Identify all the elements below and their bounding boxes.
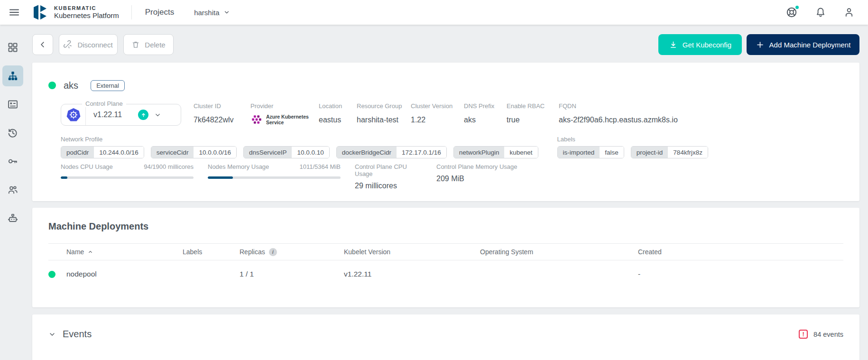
- chip-is-imported: is-imported false: [557, 146, 624, 158]
- cluster-id-value: 7k64822wlv: [194, 116, 250, 124]
- sidebar-item-members[interactable]: [2, 179, 23, 200]
- sidebar-item-ssh-keys[interactable]: [2, 151, 23, 172]
- cluster-id-field: Cluster ID 7k64822wlv: [194, 102, 250, 124]
- cluster-version-value: 1.22: [411, 116, 464, 124]
- bell-icon[interactable]: [815, 7, 826, 18]
- notification-dot: [794, 5, 800, 10]
- sort-ascending-icon: [88, 249, 93, 255]
- enable-rbac-value: true: [507, 116, 559, 124]
- enable-rbac-field: Enable RBAC true: [507, 102, 559, 124]
- resource-group-value: harshita-test: [357, 116, 411, 124]
- get-kubeconfig-button[interactable]: Get Kubeconfig: [658, 34, 742, 55]
- events-card: Events ! 84 events: [32, 314, 859, 360]
- control-plane-cpu-metric: Control Plane CPU Usage 29 millicores: [355, 163, 422, 185]
- fqdn-field: FQDN aks-2f2f90a6.hcp.eastus.azmk8s.io: [559, 102, 843, 124]
- events-collapse-chevron-icon[interactable]: [48, 331, 56, 338]
- labels-column-header[interactable]: Labels: [183, 248, 240, 256]
- cluster-version-label: Cluster Version: [411, 102, 464, 110]
- sidebar-item-overview[interactable]: [2, 37, 23, 58]
- progress-fill: [61, 176, 67, 179]
- row-name-cell: nodepool: [66, 270, 183, 278]
- metric-label: Nodes Memory Usage: [208, 163, 269, 170]
- metric-value: 1011/5364 MiB: [300, 163, 341, 170]
- table-row[interactable]: nodepool 1 / 1 v1.22.11 -: [48, 260, 843, 288]
- machine-deployments-card: Machine Deployments Name Labels Replicas…: [32, 208, 859, 307]
- sidebar-item-cluster-templates[interactable]: [2, 94, 23, 115]
- aks-provider-icon: [250, 113, 263, 126]
- chevron-down-icon[interactable]: [154, 111, 161, 119]
- metric-value: 209 MiB: [436, 175, 517, 183]
- brand-product: Kubernetes Platform: [54, 11, 119, 19]
- events-title: Events: [63, 329, 92, 340]
- network-profile-group: Network Profile podCidr 10.244.0.0/16 se…: [61, 136, 538, 158]
- disconnect-label: Disconnect: [77, 41, 112, 49]
- name-column-header[interactable]: Name: [66, 248, 183, 256]
- grid-icon: [7, 42, 18, 53]
- chevron-left-icon: [38, 40, 47, 49]
- events-alert-icon: !: [799, 330, 808, 339]
- sidebar: [0, 25, 26, 360]
- kubernetes-icon: [61, 104, 86, 125]
- chip-value: false: [600, 147, 624, 158]
- chip-project-id: project-id 784kfrjx8z: [631, 146, 708, 158]
- progress-track: [61, 176, 194, 179]
- cluster-toolbar: Disconnect Delete Get Kubeconfig Add Mac…: [32, 34, 859, 55]
- kubermatic-logo-icon[interactable]: [31, 4, 49, 21]
- delete-label: Delete: [145, 41, 165, 49]
- upgrade-available-icon[interactable]: [138, 110, 148, 120]
- menu-icon[interactable]: [9, 6, 21, 18]
- user-icon[interactable]: [843, 7, 855, 18]
- cluster-version-field: Cluster Version 1.22: [411, 102, 464, 124]
- external-badge: External: [91, 80, 125, 91]
- fqdn-label: FQDN: [559, 102, 843, 110]
- project-selector[interactable]: harshita: [194, 9, 230, 17]
- dns-prefix-label: DNS Prefix: [464, 102, 507, 110]
- chip-key: serviceCidr: [151, 147, 194, 158]
- kubelet-version-column-header[interactable]: Kubelet Version: [344, 248, 480, 256]
- network-profile-label: Network Profile: [61, 136, 538, 143]
- link-off-icon: [64, 40, 73, 49]
- dns-prefix-field: DNS Prefix aks: [464, 102, 507, 124]
- nodes-cpu-usage-metric: Nodes CPU Usage 94/1900 millicores: [61, 163, 194, 185]
- column-label: Created: [638, 248, 662, 256]
- cluster-details-card: aks External Control Plane v1.22.11: [32, 63, 859, 201]
- chip-value: 10.0.0.0/16: [194, 147, 236, 158]
- help-icon[interactable]: [785, 6, 798, 18]
- sidebar-item-service-accounts[interactable]: [2, 208, 23, 229]
- delete-button[interactable]: Delete: [123, 34, 174, 55]
- progress-track: [208, 176, 341, 179]
- metric-label: Control Plane Memory Usage: [436, 163, 517, 170]
- provider-label: Provider: [250, 102, 319, 110]
- location-field: Location eastus: [319, 102, 357, 124]
- column-label: Kubelet Version: [344, 248, 390, 256]
- provider-name-line2: Service: [266, 120, 284, 125]
- progress-fill: [208, 176, 233, 179]
- chip-value: kubenet: [504, 147, 537, 158]
- column-label: Name: [66, 248, 84, 256]
- plus-icon: [756, 40, 765, 49]
- sidebar-item-clusters[interactable]: [2, 65, 23, 86]
- info-icon[interactable]: i: [269, 248, 277, 256]
- fqdn-value: aks-2f2f90a6.hcp.eastus.azmk8s.io: [559, 116, 843, 124]
- download-icon: [669, 40, 678, 49]
- replicas-column-header[interactable]: Replicas i: [240, 248, 344, 256]
- chip-value: 10.0.0.10: [292, 147, 329, 158]
- card-icon: [7, 99, 18, 110]
- disconnect-button[interactable]: Disconnect: [59, 34, 118, 55]
- chip-key: podCidr: [61, 147, 94, 158]
- main-content: Disconnect Delete Get Kubeconfig Add Mac…: [26, 25, 868, 360]
- events-count: 84 events: [813, 331, 843, 338]
- nav-projects-link[interactable]: Projects: [145, 8, 174, 17]
- provider-field: Provider Azure Kubernetes: [250, 102, 319, 126]
- sidebar-item-snapshots[interactable]: [2, 122, 23, 143]
- table-header-row: Name Labels Replicas i Kubelet Version: [48, 243, 843, 260]
- chevron-down-icon: [223, 9, 230, 16]
- control-plane-version-selector[interactable]: Control Plane v1.22.11: [61, 104, 181, 126]
- back-button[interactable]: [32, 34, 53, 55]
- top-header: KUBERMATIC Kubernetes Platform Projects …: [0, 0, 868, 25]
- created-column-header[interactable]: Created: [638, 248, 843, 256]
- chip-key: project-id: [631, 147, 668, 158]
- resource-group-label: Resource Group: [357, 102, 411, 110]
- add-machine-deployment-button[interactable]: Add Machine Deployment: [747, 34, 859, 55]
- operating-system-column-header[interactable]: Operating System: [480, 248, 638, 256]
